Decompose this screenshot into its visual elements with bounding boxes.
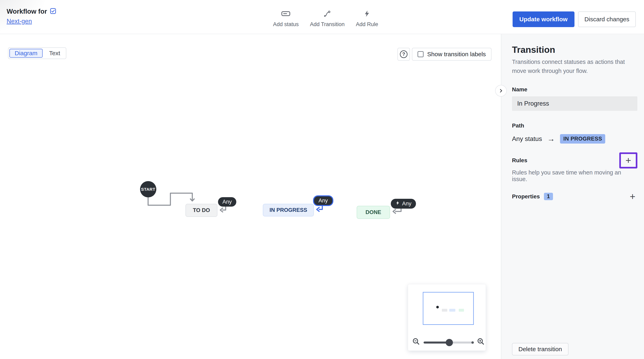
header: Workflow for Next-gen Add sta <box>0 0 644 34</box>
plus-icon: + <box>630 191 635 202</box>
zoom-slider-fill <box>424 342 449 344</box>
add-rule-plus-button-focused[interactable]: + <box>619 152 637 168</box>
project-link[interactable]: Next-gen <box>7 18 32 25</box>
transition-connector-icon <box>323 10 332 18</box>
toolbar: Add status Add Transition <box>273 0 378 34</box>
help-button[interactable]: ? <box>398 48 410 61</box>
panel-title: Transition <box>512 44 637 55</box>
chevron-right-icon <box>498 88 504 94</box>
path-from-status: Any status <box>512 135 542 143</box>
zoom-out-button[interactable] <box>412 338 420 346</box>
properties-label: Properties <box>512 193 540 200</box>
view-toggle: Diagram Text <box>8 47 66 59</box>
status-node-todo[interactable]: TO DO <box>186 204 218 217</box>
minimap-viewport[interactable] <box>423 292 474 325</box>
lightning-bolt-icon <box>363 10 371 18</box>
zoom-in-button[interactable] <box>477 338 485 346</box>
rules-row: Rules + <box>512 152 637 168</box>
status-node-start[interactable]: START <box>140 181 156 197</box>
add-rule-button[interactable]: Add Rule <box>356 10 378 27</box>
add-status-label: Add status <box>273 21 299 27</box>
zoom-slider-track[interactable] <box>424 342 474 344</box>
add-rule-label: Add Rule <box>356 21 378 27</box>
minimap-todo-node <box>442 309 447 312</box>
show-transition-labels-checkbox[interactable] <box>418 51 424 57</box>
arrow-right-icon: → <box>547 134 555 143</box>
add-transition-label: Add Transition <box>310 21 344 27</box>
zoom-slider-thumb[interactable] <box>446 339 453 346</box>
transition-pill-any-in-progress-selected[interactable]: Any <box>313 195 333 206</box>
transition-pill-label: Any <box>222 199 232 205</box>
transition-pill-label: Any <box>402 201 412 207</box>
status-lozenge-icon <box>281 10 291 18</box>
delete-transition-button[interactable]: Delete transition <box>512 343 568 356</box>
page-title: Workflow for <box>7 8 47 15</box>
question-mark-icon: ? <box>400 50 408 58</box>
main: Diagram Text ? Show transition labels <box>0 34 644 359</box>
properties-row: Properties 1 + <box>512 192 637 201</box>
minimap <box>408 284 486 351</box>
name-label: Name <box>512 86 637 93</box>
properties-count-badge: 1 <box>544 193 553 200</box>
panel-description: Transitions connect statuses as actions … <box>512 57 637 75</box>
minimap-done-node <box>459 309 464 312</box>
minimap-start-node <box>436 306 439 308</box>
header-title-block: Workflow for Next-gen <box>7 8 56 25</box>
minimap-in-progress-node <box>449 309 455 312</box>
path-label: Path <box>512 122 637 129</box>
status-node-in-progress[interactable]: IN PROGRESS <box>263 204 314 216</box>
update-workflow-button[interactable]: Update workflow <box>512 11 574 27</box>
add-status-button[interactable]: Add status <box>273 10 299 27</box>
path-row: Any status → IN PROGRESS <box>512 134 637 144</box>
zoom-slider-end-dot <box>472 341 474 344</box>
header-actions: Update workflow Discard changes <box>512 11 636 27</box>
rule-lightning-icon <box>395 200 400 207</box>
checkbox-task-icon <box>50 8 56 15</box>
transition-pill-label: Any <box>318 198 328 204</box>
discard-changes-button[interactable]: Discard changes <box>578 11 636 27</box>
diagram-canvas[interactable]: Diagram Text ? Show transition labels <box>0 34 501 359</box>
status-node-done[interactable]: DONE <box>357 206 390 219</box>
collapse-panel-button[interactable] <box>495 85 507 97</box>
path-to-status-lozenge: IN PROGRESS <box>560 134 605 144</box>
transition-name-input[interactable] <box>512 96 637 111</box>
show-transition-labels-label: Show transition labels <box>427 51 486 58</box>
add-transition-button[interactable]: Add Transition <box>310 10 344 27</box>
transition-panel: Transition Transitions connect statuses … <box>501 34 644 359</box>
tab-text[interactable]: Text <box>44 49 65 58</box>
workflow-editor: Workflow for Next-gen Add sta <box>0 0 644 359</box>
plus-icon: + <box>626 156 631 165</box>
transition-pill-any-todo[interactable]: Any <box>218 197 236 207</box>
show-transition-labels-control: Show transition labels <box>412 48 492 61</box>
rules-description: Rules help you save time when moving an … <box>512 169 637 183</box>
tab-diagram[interactable]: Diagram <box>10 49 42 58</box>
transition-pill-any-done[interactable]: Any <box>391 199 416 209</box>
rules-label: Rules <box>512 157 527 164</box>
add-property-plus-button[interactable]: + <box>628 192 637 201</box>
